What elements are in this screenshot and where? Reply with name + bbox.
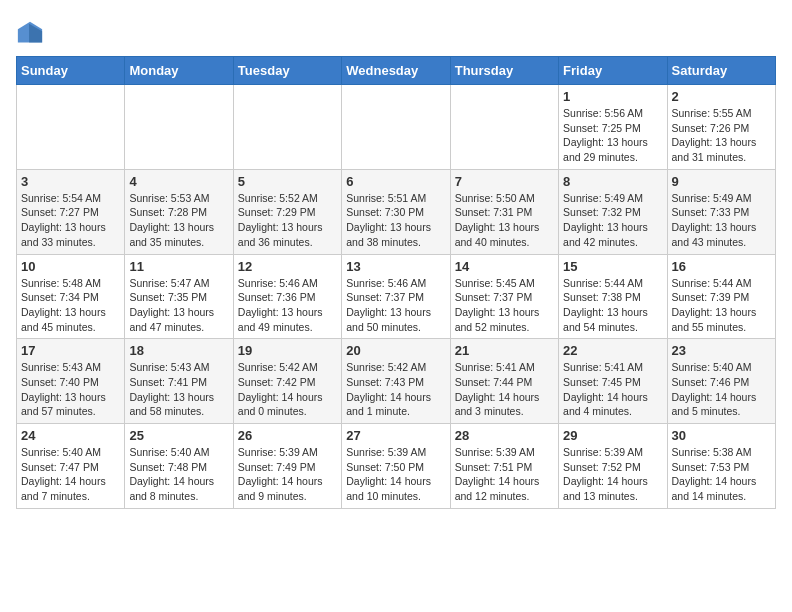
day-info: Sunrise: 5:45 AM Sunset: 7:37 PM Dayligh…	[455, 276, 554, 335]
calendar-cell: 19Sunrise: 5:42 AM Sunset: 7:42 PM Dayli…	[233, 339, 341, 424]
day-number: 22	[563, 343, 662, 358]
calendar-cell: 24Sunrise: 5:40 AM Sunset: 7:47 PM Dayli…	[17, 424, 125, 509]
calendar-cell: 3Sunrise: 5:54 AM Sunset: 7:27 PM Daylig…	[17, 169, 125, 254]
day-info: Sunrise: 5:51 AM Sunset: 7:30 PM Dayligh…	[346, 191, 445, 250]
calendar-cell: 15Sunrise: 5:44 AM Sunset: 7:38 PM Dayli…	[559, 254, 667, 339]
day-info: Sunrise: 5:43 AM Sunset: 7:40 PM Dayligh…	[21, 360, 120, 419]
day-info: Sunrise: 5:50 AM Sunset: 7:31 PM Dayligh…	[455, 191, 554, 250]
day-info: Sunrise: 5:38 AM Sunset: 7:53 PM Dayligh…	[672, 445, 771, 504]
calendar-cell: 17Sunrise: 5:43 AM Sunset: 7:40 PM Dayli…	[17, 339, 125, 424]
calendar-cell: 28Sunrise: 5:39 AM Sunset: 7:51 PM Dayli…	[450, 424, 558, 509]
day-number: 19	[238, 343, 337, 358]
day-info: Sunrise: 5:55 AM Sunset: 7:26 PM Dayligh…	[672, 106, 771, 165]
calendar-cell	[125, 85, 233, 170]
day-header-monday: Monday	[125, 57, 233, 85]
calendar-week-1: 1Sunrise: 5:56 AM Sunset: 7:25 PM Daylig…	[17, 85, 776, 170]
day-info: Sunrise: 5:48 AM Sunset: 7:34 PM Dayligh…	[21, 276, 120, 335]
calendar-cell: 2Sunrise: 5:55 AM Sunset: 7:26 PM Daylig…	[667, 85, 775, 170]
day-number: 7	[455, 174, 554, 189]
day-number: 12	[238, 259, 337, 274]
calendar-header-row: SundayMondayTuesdayWednesdayThursdayFrid…	[17, 57, 776, 85]
day-info: Sunrise: 5:39 AM Sunset: 7:50 PM Dayligh…	[346, 445, 445, 504]
day-info: Sunrise: 5:42 AM Sunset: 7:43 PM Dayligh…	[346, 360, 445, 419]
day-info: Sunrise: 5:47 AM Sunset: 7:35 PM Dayligh…	[129, 276, 228, 335]
day-number: 15	[563, 259, 662, 274]
day-info: Sunrise: 5:56 AM Sunset: 7:25 PM Dayligh…	[563, 106, 662, 165]
day-number: 11	[129, 259, 228, 274]
day-header-friday: Friday	[559, 57, 667, 85]
logo-icon	[16, 20, 44, 48]
day-header-saturday: Saturday	[667, 57, 775, 85]
calendar-cell: 4Sunrise: 5:53 AM Sunset: 7:28 PM Daylig…	[125, 169, 233, 254]
calendar-cell: 26Sunrise: 5:39 AM Sunset: 7:49 PM Dayli…	[233, 424, 341, 509]
day-number: 10	[21, 259, 120, 274]
calendar-cell	[17, 85, 125, 170]
calendar-cell: 18Sunrise: 5:43 AM Sunset: 7:41 PM Dayli…	[125, 339, 233, 424]
day-info: Sunrise: 5:54 AM Sunset: 7:27 PM Dayligh…	[21, 191, 120, 250]
day-header-wednesday: Wednesday	[342, 57, 450, 85]
day-info: Sunrise: 5:39 AM Sunset: 7:49 PM Dayligh…	[238, 445, 337, 504]
day-number: 18	[129, 343, 228, 358]
calendar-cell: 22Sunrise: 5:41 AM Sunset: 7:45 PM Dayli…	[559, 339, 667, 424]
calendar-cell: 11Sunrise: 5:47 AM Sunset: 7:35 PM Dayli…	[125, 254, 233, 339]
calendar-week-2: 3Sunrise: 5:54 AM Sunset: 7:27 PM Daylig…	[17, 169, 776, 254]
day-number: 24	[21, 428, 120, 443]
day-number: 16	[672, 259, 771, 274]
day-info: Sunrise: 5:40 AM Sunset: 7:47 PM Dayligh…	[21, 445, 120, 504]
day-info: Sunrise: 5:39 AM Sunset: 7:52 PM Dayligh…	[563, 445, 662, 504]
calendar-cell: 23Sunrise: 5:40 AM Sunset: 7:46 PM Dayli…	[667, 339, 775, 424]
day-info: Sunrise: 5:52 AM Sunset: 7:29 PM Dayligh…	[238, 191, 337, 250]
day-info: Sunrise: 5:46 AM Sunset: 7:36 PM Dayligh…	[238, 276, 337, 335]
day-info: Sunrise: 5:41 AM Sunset: 7:44 PM Dayligh…	[455, 360, 554, 419]
day-number: 20	[346, 343, 445, 358]
calendar-table: SundayMondayTuesdayWednesdayThursdayFrid…	[16, 56, 776, 509]
calendar-cell: 9Sunrise: 5:49 AM Sunset: 7:33 PM Daylig…	[667, 169, 775, 254]
day-info: Sunrise: 5:42 AM Sunset: 7:42 PM Dayligh…	[238, 360, 337, 419]
calendar-cell: 20Sunrise: 5:42 AM Sunset: 7:43 PM Dayli…	[342, 339, 450, 424]
day-number: 17	[21, 343, 120, 358]
day-info: Sunrise: 5:44 AM Sunset: 7:38 PM Dayligh…	[563, 276, 662, 335]
calendar-cell: 25Sunrise: 5:40 AM Sunset: 7:48 PM Dayli…	[125, 424, 233, 509]
calendar-cell: 14Sunrise: 5:45 AM Sunset: 7:37 PM Dayli…	[450, 254, 558, 339]
day-number: 23	[672, 343, 771, 358]
calendar-cell: 10Sunrise: 5:48 AM Sunset: 7:34 PM Dayli…	[17, 254, 125, 339]
calendar-cell: 8Sunrise: 5:49 AM Sunset: 7:32 PM Daylig…	[559, 169, 667, 254]
calendar-cell	[450, 85, 558, 170]
day-header-tuesday: Tuesday	[233, 57, 341, 85]
day-number: 29	[563, 428, 662, 443]
day-info: Sunrise: 5:40 AM Sunset: 7:46 PM Dayligh…	[672, 360, 771, 419]
day-number: 8	[563, 174, 662, 189]
day-number: 25	[129, 428, 228, 443]
day-number: 3	[21, 174, 120, 189]
calendar-cell: 7Sunrise: 5:50 AM Sunset: 7:31 PM Daylig…	[450, 169, 558, 254]
calendar-cell: 27Sunrise: 5:39 AM Sunset: 7:50 PM Dayli…	[342, 424, 450, 509]
day-info: Sunrise: 5:49 AM Sunset: 7:33 PM Dayligh…	[672, 191, 771, 250]
calendar-cell: 13Sunrise: 5:46 AM Sunset: 7:37 PM Dayli…	[342, 254, 450, 339]
day-number: 2	[672, 89, 771, 104]
day-number: 27	[346, 428, 445, 443]
day-info: Sunrise: 5:39 AM Sunset: 7:51 PM Dayligh…	[455, 445, 554, 504]
logo	[16, 20, 48, 48]
calendar-week-5: 24Sunrise: 5:40 AM Sunset: 7:47 PM Dayli…	[17, 424, 776, 509]
calendar-week-3: 10Sunrise: 5:48 AM Sunset: 7:34 PM Dayli…	[17, 254, 776, 339]
day-header-thursday: Thursday	[450, 57, 558, 85]
day-info: Sunrise: 5:44 AM Sunset: 7:39 PM Dayligh…	[672, 276, 771, 335]
calendar-cell: 21Sunrise: 5:41 AM Sunset: 7:44 PM Dayli…	[450, 339, 558, 424]
calendar-cell	[233, 85, 341, 170]
calendar-cell: 5Sunrise: 5:52 AM Sunset: 7:29 PM Daylig…	[233, 169, 341, 254]
day-number: 26	[238, 428, 337, 443]
day-number: 30	[672, 428, 771, 443]
day-info: Sunrise: 5:41 AM Sunset: 7:45 PM Dayligh…	[563, 360, 662, 419]
calendar-cell: 6Sunrise: 5:51 AM Sunset: 7:30 PM Daylig…	[342, 169, 450, 254]
calendar-cell: 29Sunrise: 5:39 AM Sunset: 7:52 PM Dayli…	[559, 424, 667, 509]
day-number: 9	[672, 174, 771, 189]
day-info: Sunrise: 5:53 AM Sunset: 7:28 PM Dayligh…	[129, 191, 228, 250]
day-number: 21	[455, 343, 554, 358]
calendar-cell: 16Sunrise: 5:44 AM Sunset: 7:39 PM Dayli…	[667, 254, 775, 339]
calendar-week-4: 17Sunrise: 5:43 AM Sunset: 7:40 PM Dayli…	[17, 339, 776, 424]
day-info: Sunrise: 5:40 AM Sunset: 7:48 PM Dayligh…	[129, 445, 228, 504]
day-number: 13	[346, 259, 445, 274]
page-header	[16, 16, 776, 48]
day-number: 28	[455, 428, 554, 443]
day-header-sunday: Sunday	[17, 57, 125, 85]
